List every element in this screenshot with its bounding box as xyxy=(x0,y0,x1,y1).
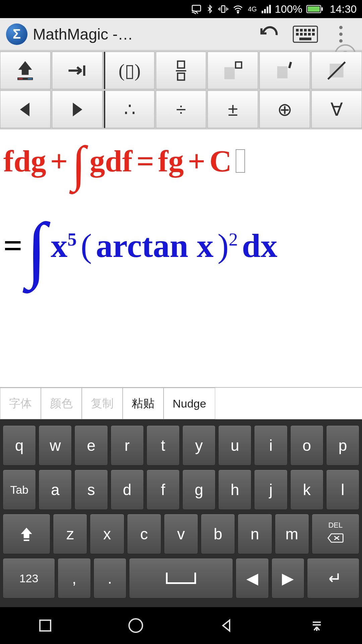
tool-prime[interactable] xyxy=(259,52,310,89)
svg-rect-24 xyxy=(178,73,185,80)
tab-paste[interactable]: 粘贴 xyxy=(123,388,164,419)
svg-rect-10 xyxy=(308,29,311,32)
key-g[interactable]: g xyxy=(182,470,216,510)
nav-recent-button[interactable] xyxy=(35,615,56,636)
svg-rect-19 xyxy=(18,78,23,79)
key-shift[interactable] xyxy=(3,514,50,554)
key-a[interactable]: a xyxy=(39,470,72,510)
wifi-icon xyxy=(232,4,244,14)
undo-button[interactable] xyxy=(255,22,285,46)
equation-line-2[interactable]: = ∫ x5 ( arctan x )2 dx xyxy=(1,203,361,288)
integral-icon: ∫ xyxy=(72,135,85,193)
key-v[interactable]: v xyxy=(164,514,198,554)
key-c[interactable]: c xyxy=(127,514,161,554)
key-p[interactable]: p xyxy=(326,425,359,466)
svg-rect-27 xyxy=(277,66,288,78)
key-f[interactable]: f xyxy=(146,470,180,510)
key-tab[interactable]: Tab xyxy=(3,470,36,510)
svg-rect-23 xyxy=(176,70,186,71)
svg-point-32 xyxy=(129,619,142,632)
edit-tabs: 字体 颜色 复制 粘贴 Nudge xyxy=(0,387,362,419)
status-bar: 4G 100% 14:30 xyxy=(0,0,362,18)
svg-point-2 xyxy=(238,12,239,13)
key-w[interactable]: w xyxy=(39,425,72,466)
key-space[interactable] xyxy=(129,558,233,598)
svg-rect-0 xyxy=(192,5,201,11)
app-bar: Σ MathMagic -… xyxy=(0,18,362,50)
tool-strike[interactable] xyxy=(311,52,362,89)
svg-rect-17 xyxy=(299,38,311,40)
vibrate-icon xyxy=(218,4,228,14)
tab-nudge[interactable]: Nudge xyxy=(164,388,215,419)
tool-division[interactable]: ÷ xyxy=(156,91,206,128)
svg-rect-4 xyxy=(308,6,320,12)
tool-nav-right[interactable] xyxy=(52,91,103,128)
nav-back-button[interactable] xyxy=(216,615,237,636)
svg-rect-30 xyxy=(24,540,29,541)
tool-plus-minus[interactable]: ± xyxy=(207,91,258,128)
key-u[interactable]: u xyxy=(218,425,251,466)
svg-rect-16 xyxy=(312,33,315,36)
tool-nav-left[interactable] xyxy=(0,91,51,128)
keyboard-toggle-button[interactable] xyxy=(290,22,320,46)
kb-row-1: q w e r t y u i o p xyxy=(3,425,359,466)
key-q[interactable]: q xyxy=(3,425,36,466)
key-d[interactable]: d xyxy=(111,470,144,510)
key-period[interactable]: . xyxy=(94,558,126,598)
tool-parentheses[interactable]: (▯) xyxy=(104,52,155,89)
key-j[interactable]: j xyxy=(254,470,287,510)
key-k[interactable]: k xyxy=(290,470,323,510)
battery-pct: 100% xyxy=(275,3,302,15)
tool-tab-right[interactable] xyxy=(52,52,103,89)
svg-rect-20 xyxy=(28,78,32,79)
key-r[interactable]: r xyxy=(111,425,144,466)
app-title: MathMagic -… xyxy=(33,25,133,43)
nav-ime-switch-button[interactable] xyxy=(306,615,327,636)
key-l[interactable]: l xyxy=(326,470,359,510)
tool-for-all[interactable]: ∀ xyxy=(311,91,362,128)
tool-superscript[interactable] xyxy=(207,52,258,89)
equation-editor[interactable]: fdg + ∫ gdf = fg + C = ∫ x5 ( arctan x )… xyxy=(0,129,362,387)
overflow-menu-button[interactable] xyxy=(326,22,356,46)
svg-rect-8 xyxy=(300,29,303,32)
cursor-placeholder xyxy=(236,149,245,173)
key-arrow-left[interactable]: ◀ xyxy=(236,558,268,598)
key-mode-123[interactable]: 123 xyxy=(3,558,55,598)
integral-icon: ∫ xyxy=(26,207,47,291)
app-logo-icon: Σ xyxy=(6,23,27,45)
key-b[interactable]: b xyxy=(201,514,235,554)
tab-copy: 复制 xyxy=(82,388,123,419)
key-n[interactable]: n xyxy=(238,514,272,554)
key-enter[interactable] xyxy=(307,558,359,598)
tool-circled-plus[interactable]: ⊕ xyxy=(259,91,310,128)
nav-home-button[interactable] xyxy=(125,615,146,636)
key-y[interactable]: y xyxy=(182,425,216,466)
tab-color: 颜色 xyxy=(41,388,82,419)
svg-rect-21 xyxy=(83,65,85,76)
key-e[interactable]: e xyxy=(74,425,108,466)
svg-rect-12 xyxy=(296,33,299,36)
svg-rect-13 xyxy=(300,33,303,36)
svg-rect-9 xyxy=(304,29,307,32)
cast-icon xyxy=(191,4,201,14)
key-z[interactable]: z xyxy=(53,514,87,554)
space-icon xyxy=(166,573,196,584)
key-x[interactable]: x xyxy=(90,514,124,554)
key-s[interactable]: s xyxy=(74,470,108,510)
key-m[interactable]: m xyxy=(275,514,309,554)
tool-shift-up[interactable] xyxy=(0,52,51,89)
key-t[interactable]: t xyxy=(146,425,180,466)
key-i[interactable]: i xyxy=(254,425,287,466)
kb-row-2: Tab a s d f g h j k l xyxy=(3,470,359,510)
key-o[interactable]: o xyxy=(290,425,323,466)
key-h[interactable]: h xyxy=(218,470,251,510)
system-nav-bar xyxy=(0,607,362,644)
key-comma[interactable]: , xyxy=(58,558,90,598)
tool-fraction[interactable] xyxy=(156,52,206,89)
key-delete[interactable]: DEL xyxy=(312,514,359,554)
equation-line-1[interactable]: fdg + ∫ gdf = fg + C xyxy=(1,132,361,190)
tool-therefore[interactable]: ∴ xyxy=(104,91,155,128)
math-toolbar: (▯) ∴ ÷ ± ⊕ ∀ xyxy=(0,50,362,129)
key-arrow-right[interactable]: ▶ xyxy=(272,558,304,598)
battery-icon xyxy=(306,4,323,14)
